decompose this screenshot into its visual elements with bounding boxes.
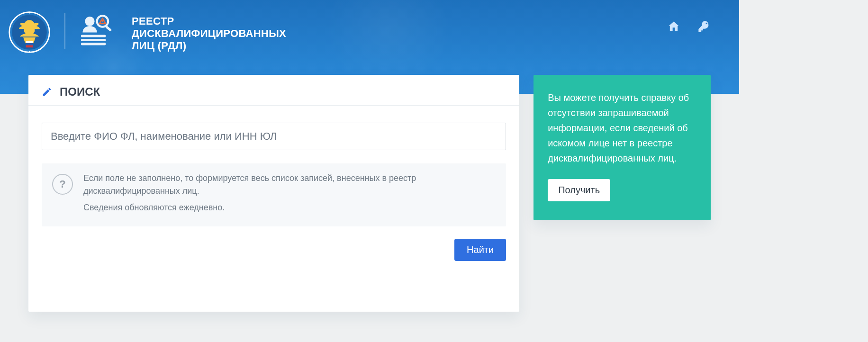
svg-rect-2 — [26, 41, 33, 43]
hint-line-1: Если поле не заполнено, то формируется в… — [83, 172, 496, 198]
app-title-line-3: ЛИЦ (РДЛ) — [132, 40, 286, 52]
app-title: РЕЕСТР ДИСКВАЛИФИЦИРОВАННЫХ ЛИЦ (РДЛ) — [132, 9, 286, 52]
svg-rect-13 — [102, 20, 103, 22]
pencil-icon — [42, 87, 52, 97]
svg-rect-12 — [105, 25, 112, 32]
svg-rect-3 — [26, 43, 33, 45]
svg-point-6 — [29, 51, 30, 52]
certificate-description: Вы можете получить справку об отсутствии… — [548, 90, 696, 166]
app-title-line-1: РЕЕСТР — [132, 15, 286, 27]
search-title: ПОИСК — [42, 85, 506, 99]
search-input-wrap[interactable] — [42, 123, 506, 150]
svg-point-7 — [85, 17, 94, 26]
svg-rect-10 — [81, 43, 106, 45]
certificate-get-button[interactable]: Получить — [548, 179, 610, 201]
content: ПОИСК ? Если поле не заполнено, то форми… — [0, 75, 739, 331]
app-glyph-icon — [79, 13, 118, 49]
svg-rect-14 — [102, 23, 103, 24]
search-title-text: ПОИСК — [60, 85, 100, 99]
key-icon[interactable] — [697, 20, 711, 33]
header-divider — [64, 13, 65, 49]
app-title-line-2: ДИСКВАЛИФИЦИРОВАННЫХ — [132, 27, 286, 40]
search-card: ПОИСК ? Если поле не заполнено, то форми… — [28, 75, 519, 312]
question-icon: ? — [52, 174, 73, 195]
svg-rect-4 — [26, 45, 33, 48]
svg-rect-8 — [81, 35, 106, 37]
svg-rect-9 — [81, 39, 106, 41]
home-icon[interactable] — [667, 20, 680, 33]
hint-line-2: Сведения обновляются ежедневно. — [83, 201, 496, 214]
svg-point-5 — [29, 12, 30, 13]
search-submit-button[interactable]: Найти — [454, 239, 506, 261]
fns-emblem-icon — [8, 10, 51, 54]
search-hint: ? Если поле не заполнено, то формируется… — [42, 163, 506, 226]
search-input[interactable] — [50, 130, 498, 143]
certificate-side-card: Вы можете получить справку об отсутствии… — [533, 75, 711, 220]
